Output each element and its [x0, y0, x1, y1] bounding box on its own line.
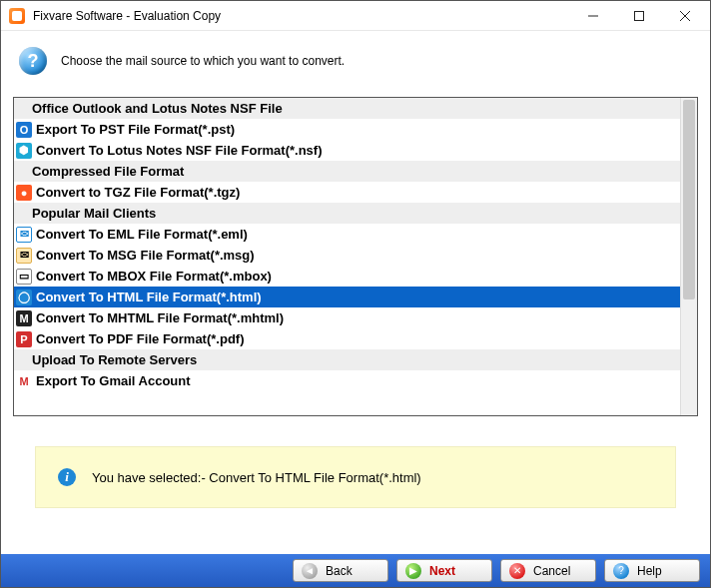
next-arrow-icon: ▶: [405, 563, 421, 579]
list-item[interactable]: OExport To PST File Format(*.pst): [14, 119, 680, 140]
maximize-button[interactable]: [616, 1, 662, 31]
back-arrow-icon: ◄: [302, 563, 318, 579]
list-item[interactable]: MExport To Gmail Account: [14, 370, 680, 391]
list-item-label: Export To PST File Format(*.pst): [36, 122, 235, 137]
list-item[interactable]: MConvert To MHTML File Format(*.mhtml): [14, 307, 680, 328]
list-group-header: Popular Mail Clients: [14, 203, 680, 224]
scrollbar[interactable]: [680, 98, 697, 415]
help-icon: ?: [613, 563, 629, 579]
list-item[interactable]: ✉Convert To EML File Format(*.eml): [14, 224, 680, 245]
list-group-header-label: Office Outlook and Lotus Notes NSF File: [32, 101, 283, 116]
list-group-header: Compressed File Format: [14, 161, 680, 182]
list-item[interactable]: ⬢Convert To Lotus Notes NSF File Format(…: [14, 140, 680, 161]
list-item-label: Export To Gmail Account: [36, 373, 191, 388]
html-icon: ◯: [16, 290, 32, 305]
format-listbox: Office Outlook and Lotus Notes NSF FileO…: [13, 97, 698, 416]
eml-icon: ✉: [16, 227, 32, 243]
pdf-icon: P: [16, 331, 32, 347]
list-item-label: Convert To Lotus Notes NSF File Format(*…: [36, 143, 323, 158]
list-group-header: Office Outlook and Lotus Notes NSF File: [14, 98, 680, 119]
close-button[interactable]: [662, 1, 708, 31]
app-icon: [9, 8, 25, 24]
list-item-label: Convert To EML File Format(*.eml): [36, 227, 248, 242]
back-button[interactable]: ◄ Back: [293, 559, 388, 582]
info-icon: i: [58, 468, 76, 486]
help-button-label: Help: [637, 564, 662, 578]
list-item[interactable]: ✉Convert To MSG File Format(*.msg): [14, 245, 680, 266]
cancel-icon: ✕: [509, 563, 525, 579]
help-button[interactable]: ? Help: [604, 559, 700, 582]
tgz-icon: ●: [16, 185, 32, 201]
instruction-text: Choose the mail source to which you want…: [61, 54, 345, 68]
instruction-row: ? Choose the mail source to which you wa…: [1, 31, 710, 97]
list-group-header-label: Compressed File Format: [32, 164, 184, 179]
list-item[interactable]: ◯Convert To HTML File Format(*.html): [14, 287, 680, 307]
question-icon: ?: [19, 47, 47, 75]
list-item-label: Convert to TGZ File Format(*.tgz): [36, 185, 240, 200]
cancel-button[interactable]: ✕ Cancel: [500, 559, 596, 582]
selection-info-text: You have selected:- Convert To HTML File…: [92, 470, 421, 485]
list-group-header: Upload To Remote Servers: [14, 349, 680, 370]
nsf-icon: ⬢: [16, 143, 32, 159]
next-button-label: Next: [429, 564, 455, 578]
list-item[interactable]: ▭Convert To MBOX File Format(*.mbox): [14, 266, 680, 287]
list-item[interactable]: PConvert To PDF File Format(*.pdf): [14, 328, 680, 349]
list-item-label: Convert To MBOX File Format(*.mbox): [36, 269, 272, 284]
list-item-label: Convert To HTML File Format(*.html): [36, 290, 262, 304]
list-item[interactable]: ●Convert to TGZ File Format(*.tgz): [14, 182, 680, 203]
mhtml-icon: M: [16, 310, 32, 326]
list-item-label: Convert To PDF File Format(*.pdf): [36, 331, 244, 346]
minimize-button[interactable]: [570, 1, 616, 31]
mbox-icon: ▭: [16, 269, 32, 285]
titlebar: Fixvare Software - Evaluation Copy: [1, 1, 710, 31]
list-item-label: Convert To MSG File Format(*.msg): [36, 248, 255, 263]
list-group-header-label: Upload To Remote Servers: [32, 352, 197, 367]
back-button-label: Back: [326, 564, 353, 578]
next-button[interactable]: ▶ Next: [396, 559, 492, 582]
selection-info-panel: i You have selected:- Convert To HTML Fi…: [35, 446, 676, 508]
list-item-label: Convert To MHTML File Format(*.mhtml): [36, 310, 284, 325]
gmail-icon: M: [16, 373, 32, 389]
list-group-header-label: Popular Mail Clients: [32, 206, 156, 221]
cancel-button-label: Cancel: [533, 564, 570, 578]
footer-bar: ◄ Back ▶ Next ✕ Cancel ? Help: [1, 554, 710, 587]
msg-icon: ✉: [16, 248, 32, 264]
pst-icon: O: [16, 122, 32, 138]
svg-rect-0: [635, 11, 644, 20]
window-title: Fixvare Software - Evaluation Copy: [33, 9, 221, 23]
scrollbar-thumb[interactable]: [683, 100, 695, 299]
